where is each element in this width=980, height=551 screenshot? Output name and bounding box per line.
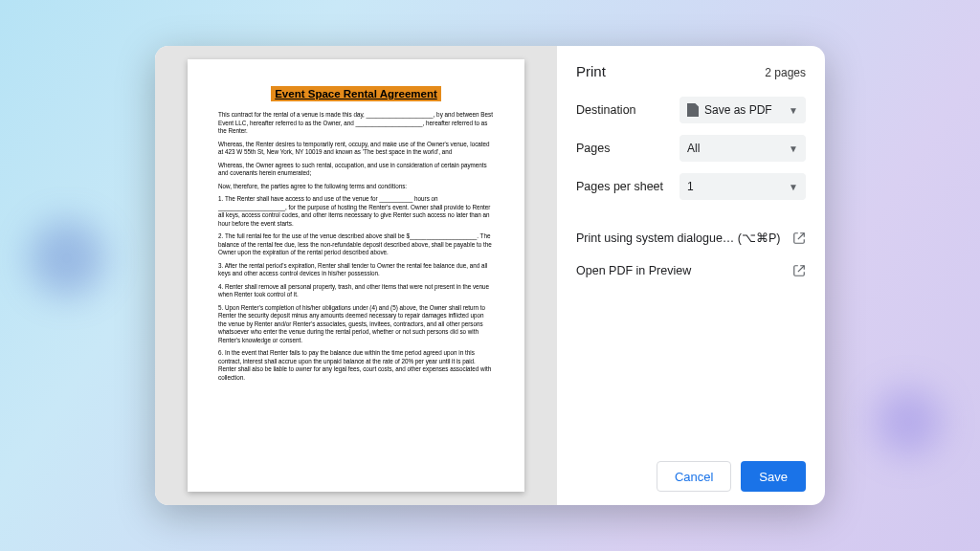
chevron-down-icon: ▼ [789,143,798,154]
system-dialog-link[interactable]: Print using system dialogue… (⌥⌘P) [576,221,806,254]
open-preview-label: Open PDF in Preview [576,264,691,277]
pages-label: Pages [576,142,679,155]
pps-value: 1 [687,180,694,193]
system-dialog-label: Print using system dialogue… (⌥⌘P) [576,231,781,245]
dialog-title: Print [576,63,606,79]
doc-paragraph: Now, therefore, the parties agree to the… [218,183,494,191]
open-external-icon [792,231,806,245]
save-button[interactable]: Save [741,461,806,492]
doc-paragraph: 3. After the rental period's expiration,… [218,262,494,278]
footer: Cancel Save [576,461,806,492]
chevron-down-icon: ▼ [789,182,798,192]
pps-select[interactable]: 1 ▼ [679,173,806,200]
print-dialog: Event Space Rental Agreement This contra… [155,46,825,505]
row-pages: Pages All ▼ [576,135,806,162]
preview-pane: Event Space Rental Agreement This contra… [155,46,557,505]
chevron-down-icon: ▼ [789,105,798,116]
doc-paragraph: Whereas, the Owner agrees to such rental… [218,162,494,178]
page-count: 2 pages [765,66,806,79]
save-label: Save [759,470,788,484]
pages-select[interactable]: All ▼ [679,135,806,162]
destination-value: Save as PDF [704,103,772,117]
document-page-1: Event Space Rental Agreement This contra… [188,59,524,492]
header: Print 2 pages [576,63,806,79]
destination-select[interactable]: Save as PDF ▼ [679,97,806,123]
doc-paragraph: 6. In the event that Renter fails to pay… [218,349,494,382]
doc-paragraph: 2. The full rental fee for the use of th… [218,232,494,257]
document-body: This contract for the rental of a venue … [218,111,494,382]
settings-pane: Print 2 pages Destination Save as PDF ▼ … [557,46,825,505]
doc-paragraph: 1. The Renter shall have access to and u… [218,195,494,228]
open-external-icon [792,264,806,277]
destination-label: Destination [576,103,679,117]
doc-paragraph: This contract for the rental of a venue … [218,111,494,136]
cancel-button[interactable]: Cancel [657,461,731,492]
doc-paragraph: 5. Upon Renter's completion of his/her o… [218,304,494,345]
pps-label: Pages per sheet [576,180,679,193]
background: Event Space Rental Agreement This contra… [0,0,980,551]
pages-value: All [687,142,700,155]
pdf-icon [687,103,699,117]
row-destination: Destination Save as PDF ▼ [576,97,806,123]
document-title: Event Space Rental Agreement [271,86,441,101]
cancel-label: Cancel [675,470,713,484]
doc-paragraph: 4. Renter shall remove all personal prop… [218,283,494,299]
open-preview-link[interactable]: Open PDF in Preview [576,254,806,287]
row-pages-per-sheet: Pages per sheet 1 ▼ [576,173,806,200]
doc-paragraph: Whereas, the Renter desires to temporari… [218,141,494,157]
